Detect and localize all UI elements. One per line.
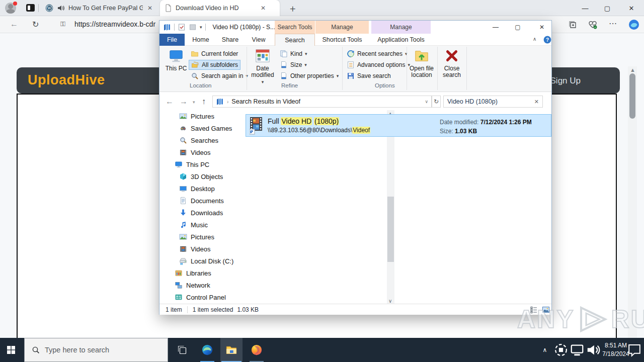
tree-scroll-down-icon[interactable]: ∨ (388, 298, 392, 304)
page-scrollbar-thumb[interactable] (629, 73, 635, 119)
all-subfolders-button[interactable]: All subfolders (189, 60, 240, 70)
browser-maximize-button[interactable]: ▢ (600, 2, 615, 14)
dropdown-caret-icon: ▾ (262, 79, 264, 84)
breadcrumb-bar[interactable]: › Search Results in Videof ∨ (212, 96, 432, 108)
refresh-icon[interactable]: ↻ (32, 20, 39, 29)
current-folder-button[interactable]: Current folder (189, 49, 240, 59)
tab-share[interactable]: Share (216, 34, 245, 46)
tree-scrollbar-thumb[interactable] (387, 197, 394, 262)
size-button[interactable]: Size ▾ (278, 60, 309, 70)
tree-scrollbar[interactable]: ∧ ∨ (387, 110, 394, 305)
explorer-maximize-button[interactable]: ▢ (510, 21, 526, 34)
sidebar-item-pictures2[interactable]: Pictures (159, 231, 237, 243)
explorer-search-box[interactable]: Video HD (1080p) ✕ (443, 96, 543, 108)
tray-meet-icon[interactable] (553, 338, 569, 362)
search-again-button[interactable]: Search again in ▾ (189, 71, 250, 81)
help-icon[interactable]: ? (543, 36, 551, 44)
ribbon-collapse-icon[interactable]: ∧ (533, 36, 536, 42)
sidebar-item-downloads[interactable]: Downloads (159, 207, 237, 219)
sidebar-item-videos2[interactable]: Videos (159, 243, 237, 255)
tab-application-tools[interactable]: Application Tools (371, 34, 431, 46)
sidebar-item-videos[interactable]: Videos (159, 146, 237, 158)
task-view-button[interactable] (171, 338, 193, 362)
start-button[interactable] (0, 338, 22, 362)
tab-close-icon[interactable]: ✕ (260, 5, 267, 12)
back-icon[interactable]: ← (10, 20, 18, 29)
qat-properties-icon[interactable] (178, 23, 186, 31)
tray-network-icon[interactable] (570, 338, 585, 362)
breadcrumb-dropdown-icon[interactable]: ∨ (425, 99, 428, 104)
browser-tab-download-video[interactable]: Download Video in HD ✕ (160, 0, 280, 16)
sidebar-item-desktop[interactable]: Desktop (159, 183, 237, 195)
copilot-icon[interactable] (628, 19, 640, 31)
sidebar-item-documents[interactable]: Documents (159, 195, 237, 207)
tray-chevron-icon[interactable]: ∧ (537, 338, 552, 362)
action-center-icon[interactable] (627, 338, 642, 362)
pictures-icon (179, 233, 187, 241)
sidebar-item-3d-objects[interactable]: 3D Objects (159, 170, 237, 183)
tab-workspaces-icon[interactable] (26, 4, 35, 12)
new-tab-button[interactable]: ＋ (288, 2, 297, 15)
3d-objects-icon (179, 172, 187, 180)
tab-home[interactable]: Home (186, 34, 216, 46)
taskbar-edge-button[interactable] (196, 338, 218, 362)
recent-searches-icon (347, 50, 355, 58)
lock-icon[interactable]: ⚿ (60, 20, 65, 28)
file-result-row[interactable]: Full Video HD (1080p) \\89.23.103.56@80\… (246, 114, 551, 137)
tab-close-icon[interactable]: ✕ (146, 5, 153, 12)
downloads-icon (179, 209, 187, 217)
browser-minimize-button[interactable]: — (578, 2, 593, 14)
tab-audio-icon[interactable] (57, 4, 65, 12)
search-again-icon (191, 72, 199, 80)
kind-button[interactable]: Kind ▾ (278, 49, 309, 59)
browser-menu-icon[interactable]: ⋯ (609, 19, 617, 28)
saved-games-icon (179, 124, 187, 132)
sidebar-item-libraries[interactable]: Libraries (159, 267, 237, 279)
nav-up-icon[interactable]: ↑ (202, 97, 206, 106)
recent-searches-button[interactable]: Recent searches ▾ (345, 49, 410, 59)
browser-close-button[interactable]: ✕ (624, 2, 639, 14)
date-modified-button[interactable]: Date modified ▾ (250, 48, 275, 85)
taskbar-explorer-button[interactable] (220, 338, 243, 362)
dropdown-caret-icon: ▾ (304, 62, 307, 67)
sidebar-item-music[interactable]: Music (159, 219, 237, 231)
tab-shortcut-tools[interactable]: Shortcut Tools (315, 34, 369, 46)
sidebar-item-saved-games[interactable]: Saved Games (159, 122, 237, 134)
other-properties-button[interactable]: Other properties ▾ (278, 71, 341, 81)
sidebar-item-network[interactable]: Network (159, 279, 237, 291)
taskbar-firefox-button[interactable] (246, 338, 268, 362)
collections-icon[interactable] (568, 20, 578, 30)
tab-file[interactable]: File (159, 34, 185, 46)
sidebar-item-pictures[interactable]: Pictures (159, 110, 237, 122)
sidebar-item-control-panel[interactable]: Control Panel (159, 291, 237, 303)
advanced-options-button[interactable]: Advanced options ▾ (345, 60, 412, 70)
open-file-location-icon (414, 48, 429, 63)
taskbar: Type here to search ∧ 8:51 AM 7/18/2024 (0, 338, 644, 362)
this-pc-button[interactable]: This PC (165, 48, 188, 72)
site-logo[interactable]: UploadHive (28, 72, 105, 88)
open-file-location-button[interactable]: Open file location (409, 48, 434, 78)
dropdown-caret-icon: ▾ (337, 73, 339, 78)
explorer-minimize-button[interactable]: — (488, 21, 504, 34)
browser-tab-paypal[interactable]: W How To Get Free PayPal Gift ✕ (41, 0, 158, 16)
browser-essentials-icon[interactable] (588, 20, 598, 30)
sidebar-item-searches[interactable]: Searches (159, 134, 237, 146)
nav-forward-icon[interactable]: → (180, 97, 188, 106)
nav-back-icon[interactable]: ← (166, 97, 174, 106)
qat-newfolder-icon[interactable] (189, 23, 197, 31)
tab-view[interactable]: View (245, 34, 273, 46)
nav-history-icon[interactable]: ▾ (193, 100, 195, 105)
sidebar-item-this-pc[interactable]: This PC (159, 158, 237, 170)
address-bar-url[interactable]: https://streamvideox.b-cdr (74, 20, 155, 28)
sidebar-item-local-disk[interactable]: Local Disk (C:) (159, 255, 237, 267)
scroll-up-icon[interactable]: ▲ (630, 67, 635, 73)
qat-customize-icon[interactable]: ▾ (200, 25, 202, 30)
tab-search[interactable]: Search (275, 34, 315, 46)
taskbar-search-box[interactable]: Type here to search (24, 338, 168, 362)
signup-link[interactable]: Sign Up (550, 76, 581, 86)
explorer-close-button[interactable]: ✕ (534, 21, 550, 34)
clear-search-icon[interactable]: ✕ (534, 99, 539, 105)
refresh-button[interactable]: ↻ (432, 96, 441, 108)
close-search-button[interactable]: Close search (440, 48, 464, 78)
save-search-button[interactable]: Save search (345, 71, 393, 81)
